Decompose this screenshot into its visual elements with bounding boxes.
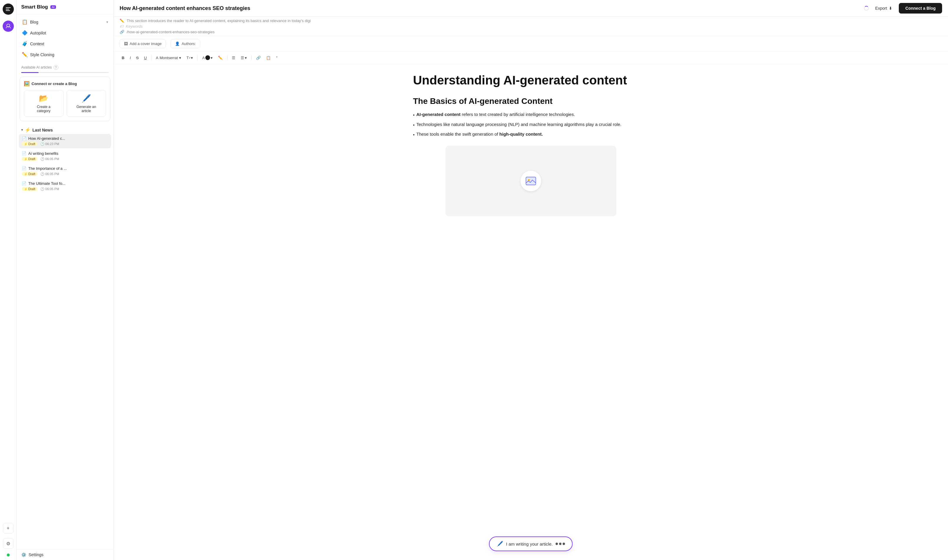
loading-spinner <box>864 6 869 11</box>
font-name: Montserrat <box>160 55 178 60</box>
underline-button[interactable]: U <box>142 54 149 62</box>
bold-text: high-quality content. <box>499 132 543 137</box>
sidebar-item-context[interactable]: 🧳 Context <box>19 38 111 49</box>
settings-item[interactable]: ⚙️ Settings <box>17 549 113 560</box>
meta-row: ✏️ This section introduces the reader to… <box>114 17 948 36</box>
collapse-icon: ▾ <box>21 128 23 132</box>
bullet-list-button[interactable]: ☰ <box>230 54 238 62</box>
chevron-down-icon: ▾ <box>211 55 213 60</box>
sidebar-item-autopilot[interactable]: 🔷 Autopilot <box>19 28 111 38</box>
available-label: Available AI articles ? <box>17 62 113 71</box>
authors-button[interactable]: 👤 Authors: <box>171 39 200 48</box>
align-button[interactable]: ☰ ▾ <box>239 54 249 62</box>
writing-text: I am writing your article. <box>506 542 553 546</box>
image-icon-circle <box>520 171 541 191</box>
sidebar-item-blog[interactable]: 📋 Blog ▾ <box>19 17 111 27</box>
topbar: How AI-generated content enhances SEO st… <box>114 0 948 17</box>
dot-2 <box>559 543 562 545</box>
dot-1 <box>556 543 558 545</box>
font-selector[interactable]: A Montserrat ▾ <box>154 54 183 62</box>
clock-icon: 🕐 <box>40 187 45 191</box>
description-line: ✏️ This section introduces the reader to… <box>120 18 942 23</box>
bolt-icon: ⚡ <box>24 142 28 146</box>
article-item[interactable]: 📄 The Importance of a ... ⚡ Draft 🕐 06:0… <box>19 164 111 178</box>
doc-icon: 📄 <box>22 151 26 156</box>
chevron-down-icon: ▾ <box>179 55 181 60</box>
italic-button[interactable]: I <box>128 54 133 62</box>
doc-icon: 📄 <box>22 166 26 171</box>
color-circle <box>205 55 210 60</box>
ai-badge: AI <box>50 5 56 9</box>
context-icon: 🧳 <box>22 41 28 46</box>
user-avatar[interactable] <box>3 21 14 32</box>
person-icon: 👤 <box>175 42 180 46</box>
typing-dots <box>556 543 565 545</box>
article-item[interactable]: 📄 How AI-generated c... ⚡ Draft 🕐 06:23 … <box>19 134 111 148</box>
sidebar-item-label: Blog <box>30 20 38 25</box>
autopilot-icon: 🔷 <box>22 30 28 35</box>
blog-icon: 📋 <box>22 19 28 25</box>
create-category-card[interactable]: 📂 Create a category <box>24 90 63 117</box>
settings-label: Settings <box>29 552 43 557</box>
app-logo-icon[interactable] <box>3 3 14 15</box>
export-button[interactable]: Export ⬇ <box>871 3 897 14</box>
description-text[interactable]: This section introduces the reader to AI… <box>127 18 311 23</box>
keywords-placeholder[interactable]: Keywords <box>126 24 143 29</box>
editor-content: Understanding AI-generated content The B… <box>413 73 649 216</box>
action-cards: 📂 Create a category 🖊️ Generate an artic… <box>24 90 106 117</box>
style-cloning-icon: ✏️ <box>22 52 28 57</box>
connect-blog-button[interactable]: Connect a Blog <box>899 3 942 14</box>
time-badge: 🕐 06:23 PM <box>40 142 59 146</box>
article-item[interactable]: 📄 The Ultimate Tool fo... ⚡ Draft 🕐 06:0… <box>19 179 111 193</box>
keywords-line: 🏷 Keywords <box>120 24 942 29</box>
draft-badge: ⚡ Draft <box>22 142 37 146</box>
generate-article-card[interactable]: 🖊️ Generate an article <box>66 90 107 117</box>
settings-rail-button[interactable]: ⚙ <box>3 538 14 549</box>
text-size-button[interactable]: Tr ▾ <box>184 54 195 62</box>
connect-section: 🖼️ Connect or create a Blog 📂 Create a c… <box>19 77 110 121</box>
copy-button[interactable]: 📋 <box>264 54 273 62</box>
bold-button[interactable]: B <box>120 54 127 62</box>
url-slug[interactable]: /how-ai-generated-content-enhances-seo-s… <box>127 30 215 34</box>
link-icon: 🔗 <box>120 30 124 34</box>
article-item[interactable]: 📄 Ai writing benefits ⚡ Draft 🕐 06:05 PM <box>19 149 111 163</box>
news-header[interactable]: ▾ ⚡ Last News <box>19 125 111 134</box>
image-icon: 🖼 <box>124 42 128 46</box>
content-bullet-2: Technologies like natural language proce… <box>413 121 649 129</box>
article-title: The Ultimate Tool fo... <box>28 181 65 186</box>
quote-button[interactable]: " <box>274 54 279 62</box>
writing-icon: 🖊️ <box>497 541 503 547</box>
chevron-down-icon: ▾ <box>107 20 108 24</box>
keywords-icon: 🏷 <box>120 24 124 29</box>
url-line: 🔗 /how-ai-generated-content-enhances-seo… <box>120 30 942 34</box>
icon-rail: + ⚙ <box>0 0 17 560</box>
chevron-down-icon: ▾ <box>191 55 193 60</box>
time-badge: 🕐 06:05 PM <box>40 172 59 176</box>
sidebar-item-style-cloning[interactable]: ✏️ Style Cloning <box>19 49 111 60</box>
strikethrough-button[interactable]: S <box>134 54 141 62</box>
sidebar: Smart Blog AI 📋 Blog ▾ 🔷 Autopilot 🧳 Con… <box>17 0 114 560</box>
help-icon[interactable]: ? <box>54 65 58 70</box>
time-badge: 🕐 06:05 PM <box>40 187 59 191</box>
cover-authors-row: 🖼 Add a cover image 👤 Authors: <box>114 36 948 51</box>
news-section: ▾ ⚡ Last News 📄 How AI-generated c... ⚡ … <box>17 125 113 549</box>
text-color-button[interactable]: A ▾ <box>200 54 215 62</box>
editor-area[interactable]: Understanding AI-generated content The B… <box>114 64 948 560</box>
cover-image-button[interactable]: 🖼 Add a cover image <box>120 39 166 48</box>
settings-icon: ⚙️ <box>21 552 26 557</box>
link-button[interactable]: 🔗 <box>254 54 263 62</box>
toolbar-divider <box>151 55 151 60</box>
doc-icon: 📄 <box>22 136 26 141</box>
edit-icon: ✏️ <box>120 18 124 23</box>
add-button[interactable]: + <box>3 523 14 534</box>
toolbar-divider <box>251 55 252 60</box>
connect-title: 🖼️ Connect or create a Blog <box>24 81 106 86</box>
time-badge: 🕐 06:05 PM <box>40 157 59 161</box>
writing-bubble: 🖊️ I am writing your article. <box>489 537 573 551</box>
article-main-title[interactable]: How AI-generated content enhances SEO st… <box>120 5 862 11</box>
draft-badge: ⚡ Draft <box>22 172 37 176</box>
sidebar-header: Smart Blog AI <box>17 0 113 14</box>
bold-text: AI-generated content <box>416 112 460 117</box>
content-bullet-3: These tools enable the swift generation … <box>413 130 649 138</box>
highlight-button[interactable]: ✏️ <box>216 54 225 62</box>
